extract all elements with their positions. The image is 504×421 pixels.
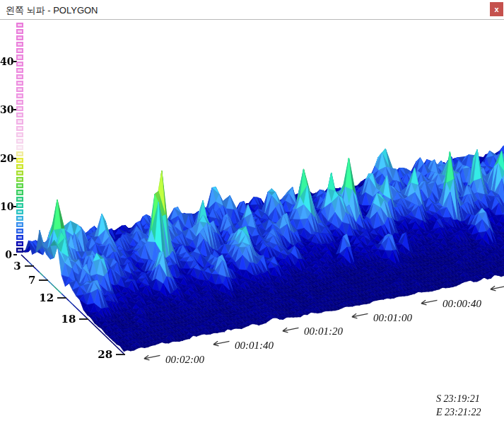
title-bar[interactable]: 왼쪽 뇌파 - POLYGON x bbox=[0, 0, 504, 20]
close-icon: x bbox=[494, 5, 498, 13]
eeg-polygon-window: 왼쪽 뇌파 - POLYGON x 0102030403712182800:02… bbox=[0, 0, 504, 421]
window-title: 왼쪽 뇌파 - POLYGON bbox=[6, 4, 98, 17]
surface-mesh-canvas bbox=[0, 0, 504, 421]
recording-start-time: S 23:19:21 bbox=[436, 393, 480, 405]
close-button[interactable]: x bbox=[490, 2, 503, 16]
recording-end-time: E 23:21:22 bbox=[436, 407, 481, 418]
